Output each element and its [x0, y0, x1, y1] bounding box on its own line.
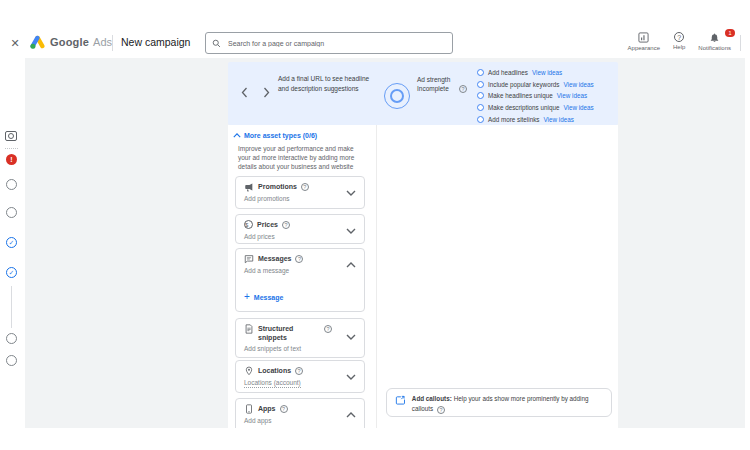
chevron-down-icon[interactable]	[346, 228, 356, 234]
help-icon: ?	[674, 32, 684, 42]
google-ads-new-campaign-screen: ✕ Google Ads New campaign	[0, 0, 750, 450]
help-icon[interactable]: ?	[301, 183, 309, 191]
strength-suggestion-text: Add a final URL to see headline and desc…	[278, 74, 375, 93]
help-icon[interactable]: ?	[280, 405, 288, 413]
asset-types-column: More asset types (0/6) Improve your ad p…	[228, 125, 377, 428]
idea-radio-icon	[477, 104, 484, 111]
help-icon[interactable]: ?	[295, 255, 303, 263]
idea-radio-icon	[477, 116, 484, 123]
app-bar: ✕ Google Ads New campaign	[0, 28, 745, 58]
topbar-divider	[112, 35, 113, 51]
asset-card-messages[interactable]: Messages ? Add a message + Message	[235, 248, 365, 312]
callout-box-icon	[395, 394, 406, 406]
chevron-down-icon[interactable]	[346, 190, 356, 196]
idea-radio-icon	[477, 81, 484, 88]
asset-types-description: Improve your ad performance and make you…	[238, 144, 366, 171]
document-icon	[244, 324, 254, 334]
notifications-button[interactable]: 1 Notifications	[698, 32, 731, 51]
chevron-up-icon[interactable]	[346, 412, 356, 418]
asset-card-locations[interactable]: Locations ? Locations (account)	[235, 360, 365, 393]
view-ideas-link[interactable]: View ideas	[543, 116, 573, 123]
chevron-up-icon[interactable]	[346, 262, 356, 268]
idea-row: Make descriptions unique View ideas	[477, 102, 594, 114]
ad-strength-gauge-icon	[384, 83, 410, 109]
step-complete-icon[interactable]: ✓	[6, 237, 17, 248]
google-ads-logo[interactable]: Google Ads	[30, 35, 112, 49]
idea-row: Make headlines unique View ideas	[477, 90, 594, 102]
help-icon[interactable]: ?	[282, 221, 290, 229]
idea-radio-icon	[477, 92, 484, 99]
callout-text: Add callouts:Help your ads show more pro…	[412, 394, 603, 413]
more-asset-types-toggle[interactable]: More asset types (0/6)	[233, 132, 317, 139]
strength-ideas-list: Add headlines View ideas Include popular…	[477, 67, 594, 125]
step-circle-icon[interactable]	[6, 179, 17, 190]
page-title: New campaign	[121, 36, 190, 48]
asset-card-structured-snippets[interactable]: Structured snippets ? Add snippets of te…	[235, 318, 365, 358]
chevron-down-icon[interactable]	[346, 374, 356, 380]
idea-row: Include popular keywords View ideas	[477, 79, 594, 91]
idea-radio-icon	[477, 69, 484, 76]
sidebar-dotted-divider	[5, 148, 18, 149]
idea-row: Add more sitelinks View ideas	[477, 113, 594, 125]
view-ideas-link[interactable]: View ideas	[557, 92, 587, 99]
view-ideas-link[interactable]: View ideas	[563, 104, 593, 111]
campaign-steps-sidebar: ! ✓ ✓	[0, 58, 26, 428]
step-circle-icon[interactable]	[6, 333, 17, 344]
ad-strength-status: Incomplete	[417, 84, 453, 93]
appearance-icon	[638, 32, 649, 43]
topbar-end-divider	[740, 35, 741, 51]
smartphone-icon	[244, 404, 254, 414]
chat-bubble-icon	[244, 254, 254, 264]
brand-suffix: Ads	[93, 36, 112, 48]
view-ideas-link[interactable]: View ideas	[563, 81, 593, 88]
chevron-right-icon[interactable]	[259, 86, 273, 100]
step-circle-icon[interactable]	[6, 207, 17, 218]
step-circle-icon[interactable]	[6, 355, 17, 366]
asset-card-promotions[interactable]: Promotions ? Add promotions	[235, 176, 365, 209]
asset-card-prices[interactable]: $ Prices ? Add prices	[235, 214, 365, 244]
view-ideas-link[interactable]: View ideas	[532, 69, 562, 76]
search-input[interactable]	[226, 39, 446, 48]
add-message-button[interactable]: + Message	[244, 292, 283, 302]
help-icon[interactable]: ?	[459, 85, 467, 93]
google-ads-triangle-icon	[30, 35, 45, 49]
chevron-up-icon	[233, 133, 241, 138]
notification-badge: 1	[725, 29, 735, 37]
bell-icon	[709, 32, 720, 43]
step-connector-line	[11, 286, 12, 328]
ad-strength-panel: Add a final URL to see headline and desc…	[228, 62, 618, 125]
megaphone-icon	[244, 182, 254, 192]
brand-name: Google	[50, 36, 89, 48]
plus-icon: +	[244, 292, 250, 302]
step-complete-icon[interactable]: ✓	[6, 267, 17, 278]
search-icon	[212, 39, 221, 48]
search-box[interactable]	[205, 32, 453, 54]
step-error-icon[interactable]: !	[6, 154, 17, 165]
help-button[interactable]: ? Help	[673, 32, 685, 51]
chevron-left-icon[interactable]	[237, 86, 251, 100]
ad-preview-icon[interactable]	[5, 131, 17, 141]
dollar-circle-icon: $	[244, 220, 253, 229]
add-callouts-banner: Add callouts:Help your ads show more pro…	[386, 388, 612, 417]
idea-row: Add headlines View ideas	[477, 67, 594, 79]
map-pin-icon	[244, 366, 254, 376]
chevron-down-icon[interactable]	[346, 334, 356, 340]
help-icon[interactable]: ?	[295, 367, 303, 375]
ad-strength-label: Ad strength Incomplete	[417, 75, 453, 93]
asset-types-panel: More asset types (0/6) Improve your ad p…	[228, 125, 618, 428]
close-icon[interactable]: ✕	[8, 36, 22, 50]
asset-card-apps[interactable]: Apps ? Add apps	[235, 398, 365, 428]
appearance-button[interactable]: Appearance	[628, 32, 660, 51]
topbar-actions: Appearance ? Help 1 Notifications	[628, 32, 731, 51]
help-icon[interactable]: ?	[324, 325, 332, 333]
help-icon[interactable]: ?	[437, 406, 445, 414]
